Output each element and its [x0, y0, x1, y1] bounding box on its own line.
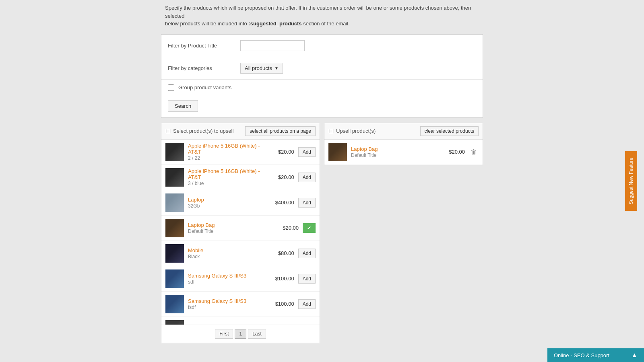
table-row: Laptop 32Gb $400.00 Add — [161, 190, 320, 216]
panels-row: ☐ Select product(s) to upsell select all… — [161, 123, 483, 343]
product-info: Samsung Galaxy S III/S3 fsdf — [188, 298, 270, 310]
product-name[interactable]: Laptop — [188, 197, 270, 203]
product-info: Samsung Galaxy S III/S3 sdf — [188, 273, 270, 285]
add-product-btn[interactable]: Add — [298, 198, 316, 208]
delete-product-btn[interactable]: 🗑 — [469, 148, 479, 156]
product-info: Laptop Bag Default Title — [188, 222, 275, 234]
current-page-btn[interactable]: 1 — [235, 329, 246, 339]
pagination: First 1 Last — [161, 325, 320, 343]
filter-category-label: Filter by categories — [168, 65, 240, 71]
upsell-product-info: Laptop Bag Default Title — [351, 146, 441, 158]
add-product-btn[interactable]: ✔ — [303, 223, 316, 233]
upsell-product-name[interactable]: Laptop Bag — [351, 146, 441, 152]
product-list: Apple iPhone 5 16GB (White) - AT&T 2 / 2… — [161, 140, 320, 325]
product-variant: Black — [188, 254, 270, 259]
table-row: Tablet Black $600.00 Add — [161, 317, 320, 325]
select-panel-title-text: Select product(s) to upsell — [173, 128, 233, 134]
upsell-edit-icon: ☐ — [328, 128, 334, 135]
select-panel-header: ☐ Select product(s) to upsell select all… — [161, 123, 320, 140]
table-row: Mobile Black $80.00 Add — [161, 241, 320, 266]
category-dropdown-value: All products — [245, 65, 272, 71]
product-price: $20.00 — [270, 149, 294, 155]
expand-icon[interactable]: ▲ — [631, 352, 638, 359]
chevron-down-icon: ▼ — [275, 66, 279, 70]
product-variant: 32Gb — [188, 203, 270, 209]
upsell-panel-header: ☐ Upsell product(s) clear selected produ… — [324, 123, 483, 140]
product-variant: sdf — [188, 279, 270, 285]
clear-selected-btn[interactable]: clear selected products — [420, 126, 479, 136]
add-product-btn[interactable]: Add — [298, 274, 316, 284]
group-variants-label: Group product variants — [178, 84, 231, 90]
filter-title-row: Filter by Product Title — [161, 35, 483, 57]
select-products-panel: ☐ Select product(s) to upsell select all… — [161, 123, 320, 343]
add-product-btn[interactable]: Add — [298, 173, 316, 182]
upsell-product-price: $20.00 — [441, 149, 465, 155]
product-name[interactable]: Apple iPhone 5 16GB (White) - AT&T — [188, 168, 270, 180]
upsell-product-image — [328, 143, 347, 161]
product-image — [165, 269, 184, 288]
product-variant: Default Title — [188, 228, 275, 234]
product-price: $100.00 — [270, 276, 294, 282]
product-image — [165, 244, 184, 263]
select-panel-title: ☐ Select product(s) to upsell — [165, 128, 233, 135]
add-product-btn[interactable]: Add — [298, 147, 316, 157]
product-price: $20.00 — [275, 225, 299, 231]
select-all-btn[interactable]: select all products on a page — [245, 126, 316, 136]
search-button[interactable]: Search — [168, 100, 198, 112]
table-row: Samsung Galaxy S III/S3 fsdf $100.00 Add — [161, 292, 320, 317]
search-btn-row: Search — [161, 96, 483, 117]
upsell-product-variant: Default Title — [351, 152, 441, 158]
product-price: $80.00 — [270, 250, 294, 256]
upsell-panel-title-text: Upsell product(s) — [336, 128, 376, 134]
product-image — [165, 168, 184, 187]
last-page-btn[interactable]: Last — [248, 329, 266, 339]
product-price: $100.00 — [270, 301, 294, 307]
product-image — [165, 193, 184, 212]
product-name[interactable]: Samsung Galaxy S III/S3 — [188, 273, 270, 279]
product-image — [165, 143, 184, 161]
product-info: Mobile Black — [188, 247, 270, 259]
add-product-btn[interactable]: Add — [298, 299, 316, 309]
bottom-bar-label: Online - SEO & Support — [554, 352, 609, 358]
bottom-bar: Online - SEO & Support ▲ — [547, 348, 644, 362]
filter-title-label: Filter by Product Title — [168, 43, 240, 49]
product-name[interactable]: Samsung Galaxy S III/S3 — [188, 298, 270, 304]
group-variants-checkbox[interactable] — [168, 84, 174, 91]
product-price: $20.00 — [270, 174, 294, 180]
product-variant: 3 / blue — [188, 181, 270, 186]
product-name[interactable]: Mobile — [188, 247, 270, 253]
table-row: Apple iPhone 5 16GB (White) - AT&T 2 / 2… — [161, 140, 320, 165]
description-text: Specify the products which will be propo… — [161, 4, 483, 28]
product-info: Laptop 32Gb — [188, 197, 270, 209]
category-dropdown[interactable]: All products ▼ — [240, 63, 283, 74]
product-price: $400.00 — [270, 200, 294, 206]
upsell-panel-title: ☐ Upsell product(s) — [328, 128, 376, 135]
product-variant: 2 / 22 — [188, 155, 270, 161]
product-name[interactable]: Laptop Bag — [188, 222, 275, 228]
add-product-btn[interactable]: Add — [298, 249, 316, 258]
product-name[interactable]: Tablet — [188, 323, 270, 325]
filter-title-input[interactable] — [240, 40, 305, 51]
upsell-table-row: Laptop Bag Default Title $20.00 🗑 — [324, 140, 483, 165]
table-row: Apple iPhone 5 16GB (White) - AT&T 3 / b… — [161, 165, 320, 190]
filter-box: Filter by Product Title Filter by catego… — [161, 34, 483, 118]
first-page-btn[interactable]: First — [215, 329, 233, 339]
edit-icon: ☐ — [165, 128, 171, 135]
upsell-product-list: Laptop Bag Default Title $20.00 🗑 — [324, 140, 483, 165]
upsell-panel: ☐ Upsell product(s) clear selected produ… — [324, 123, 483, 165]
product-image — [165, 320, 184, 325]
product-info: Tablet Black — [188, 323, 270, 325]
product-image — [165, 295, 184, 313]
filter-category-row: Filter by categories All products ▼ — [161, 57, 483, 80]
group-variants-row: Group product variants — [161, 80, 483, 96]
product-info: Apple iPhone 5 16GB (White) - AT&T 2 / 2… — [188, 143, 270, 161]
product-image — [165, 219, 184, 237]
suggest-feature-button[interactable]: Suggest New Feature — [625, 151, 637, 211]
product-info: Apple iPhone 5 16GB (White) - AT&T 3 / b… — [188, 168, 270, 186]
table-row: Laptop Bag Default Title $20.00 ✔ — [161, 216, 320, 241]
product-variant: fsdf — [188, 304, 270, 310]
product-name[interactable]: Apple iPhone 5 16GB (White) - AT&T — [188, 143, 270, 155]
table-row: Samsung Galaxy S III/S3 sdf $100.00 Add — [161, 266, 320, 292]
